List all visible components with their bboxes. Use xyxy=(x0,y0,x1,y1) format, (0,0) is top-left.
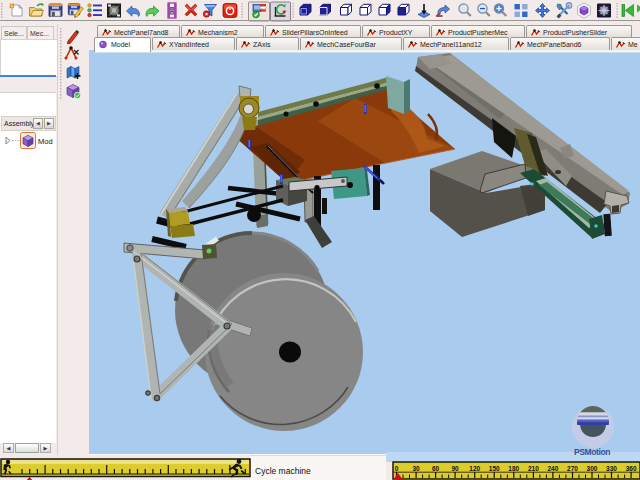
svg-text:60: 60 xyxy=(432,465,440,472)
svg-text:0: 0 xyxy=(395,465,399,472)
svg-text:360: 360 xyxy=(626,465,637,472)
svg-text:300: 300 xyxy=(587,465,598,472)
svg-text:30: 30 xyxy=(412,465,420,472)
svg-text:270: 270 xyxy=(567,465,578,472)
svg-text:120: 120 xyxy=(469,465,480,472)
svg-text:210: 210 xyxy=(528,465,539,472)
svg-text:Mod: Mod xyxy=(38,137,53,146)
svg-text:180: 180 xyxy=(508,465,519,472)
svg-text:330: 330 xyxy=(606,465,617,472)
svg-text:90: 90 xyxy=(451,465,459,472)
svg-text:150: 150 xyxy=(489,465,500,472)
svg-text:240: 240 xyxy=(547,465,558,472)
